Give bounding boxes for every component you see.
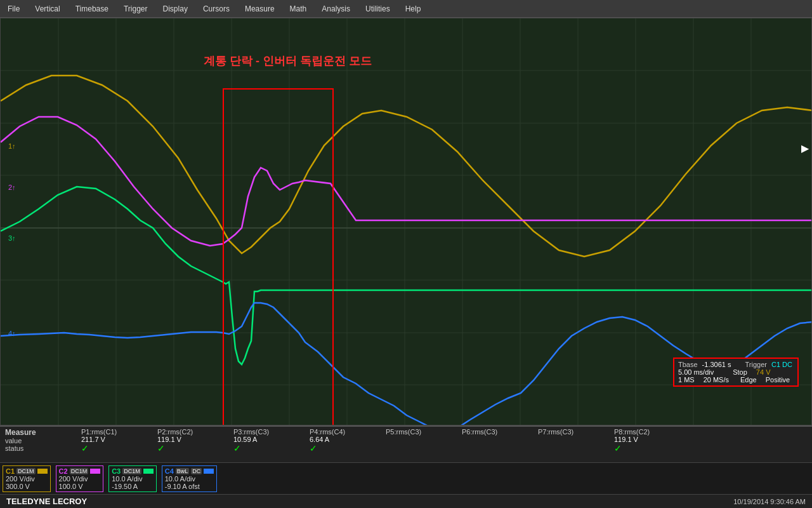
c3-badge: DC1M	[122, 468, 141, 474]
c2-badge: DC1M	[70, 468, 89, 474]
menu-analysis[interactable]: Analysis	[319, 3, 353, 15]
c2-name: C2	[59, 467, 68, 475]
svg-text:▶: ▶	[801, 143, 809, 154]
channel-c1[interactable]: C1 DC1M 200 V/div 300.0 V	[3, 465, 51, 492]
measure-p7: P7:rms(C3)	[538, 428, 601, 436]
c1-div: 200 V/div	[6, 475, 48, 483]
c3-div: 10.0 A/div	[112, 475, 154, 483]
c3-name: C3	[112, 467, 121, 475]
measure-value-label: value	[5, 437, 69, 444]
menu-vertical[interactable]: Vertical	[32, 3, 62, 15]
p4-name: P4:rms(C4)	[310, 428, 373, 436]
status-bar: Measure value status P1:rms(C1) 211.7 V …	[0, 425, 812, 508]
p1-value: 211.7 V	[81, 436, 145, 443]
trigger-ch: C1 DC	[771, 361, 792, 368]
trigger-slope: Positive	[766, 376, 790, 384]
tbase-label: Tbase	[678, 361, 698, 368]
brand-name: TELEDYNE LECROY	[6, 497, 87, 506]
p3-check: ✓	[233, 443, 297, 453]
tbase-sample: 1 MS	[678, 376, 695, 384]
c4-badge: BwL	[176, 468, 190, 474]
channel-c2[interactable]: C2 DC1M 200 V/div 100.0 V	[56, 465, 104, 492]
menu-measure[interactable]: Measure	[242, 3, 277, 15]
c1-offset: 300.0 V	[6, 483, 48, 490]
channel-c3[interactable]: C3 DC1M 10.0 A/div -19.50 A	[108, 465, 157, 492]
c2-color-bar	[90, 469, 100, 474]
p2-value: 119.1 V	[157, 436, 221, 443]
measure-p3: P3:rms(C3) 10.59 A ✓	[233, 428, 297, 453]
c4-badge2: DC	[191, 468, 202, 474]
p1-name: P1:rms(C1)	[81, 428, 145, 436]
p8-check: ✓	[614, 443, 678, 453]
tbase-value: -1.3061 s	[702, 361, 731, 368]
branding-bar: TELEDYNE LECROY 10/19/2014 9:30:46 AM	[0, 494, 812, 508]
p8-value: 119.1 V	[614, 436, 678, 443]
c1-badge: DC1M	[16, 468, 36, 474]
p3-name: P3:rms(C3)	[233, 428, 297, 436]
svg-text:3↑: 3↑	[8, 234, 16, 242]
c2-div: 200 V/div	[59, 475, 101, 483]
c4-name: C4	[165, 467, 174, 475]
measure-p1: P1:rms(C1) 211.7 V ✓	[81, 428, 145, 453]
c1-name: C1	[6, 467, 15, 475]
main-area: 1↑ 2↑ 3↑ 4↑ ▶ 계통 단락 - 인버터 독립운전 모드 Tbase …	[0, 18, 812, 508]
menu-display[interactable]: Display	[160, 3, 190, 15]
trigger-label: Trigger	[745, 361, 766, 368]
p6-name: P6:rms(C3)	[462, 428, 525, 436]
tbase-trigger-panel: Tbase -1.3061 s Trigger C1 DC 5.00 ms/di…	[673, 358, 799, 387]
measure-p5: P5:rms(C3)	[386, 428, 449, 436]
measure-p8: P8:rms(C2) 119.1 V ✓	[614, 428, 678, 453]
measure-title: Measure	[5, 428, 69, 437]
trigger-stop: Stop	[733, 368, 747, 376]
measure-p4: P4:rms(C4) 6.64 A ✓	[310, 428, 373, 453]
measure-p6: P6:rms(C3)	[462, 428, 525, 436]
p1-check: ✓	[81, 443, 145, 453]
c4-div: 10.0 A/div	[165, 475, 214, 483]
measure-header: Measure value status	[5, 428, 69, 452]
p7-name: P7:rms(C3)	[538, 428, 601, 436]
timestamp: 10/19/2014 9:30:46 AM	[733, 498, 806, 505]
channel-c4[interactable]: C4 BwL DC 10.0 A/div -9.10 A ofst	[162, 465, 218, 492]
menu-file[interactable]: File	[5, 3, 22, 15]
menu-math[interactable]: Math	[287, 3, 310, 15]
measure-row: Measure value status P1:rms(C1) 211.7 V …	[0, 427, 812, 462]
c4-offset: -9.10 A ofst	[165, 483, 214, 490]
menubar: File Vertical Timebase Trigger Display C…	[0, 0, 812, 18]
c3-color-bar	[143, 469, 154, 474]
korean-annotation: 계통 단락 - 인버터 독립운전 모드	[204, 53, 372, 69]
scope-screen[interactable]: 1↑ 2↑ 3↑ 4↑ ▶ 계통 단락 - 인버터 독립운전 모드 Tbase …	[0, 18, 812, 425]
p4-check: ✓	[310, 443, 373, 453]
p3-value: 10.59 A	[233, 436, 297, 443]
svg-text:2↑: 2↑	[8, 184, 16, 191]
trigger-voltage: 74 V	[756, 368, 771, 376]
p2-name: P2:rms(C2)	[157, 428, 221, 436]
measure-p2: P2:rms(C2) 119.1 V ✓	[157, 428, 221, 453]
p8-name: P8:rms(C2)	[614, 428, 678, 436]
trigger-edge: Edge	[740, 376, 757, 384]
tbase-rate: 20 MS/s	[704, 376, 729, 384]
menu-cursors[interactable]: Cursors	[200, 3, 232, 15]
c4-color-bar	[204, 469, 214, 474]
svg-text:1↑: 1↑	[8, 142, 16, 150]
menu-timebase[interactable]: Timebase	[73, 3, 111, 15]
c2-offset: 100.0 V	[59, 483, 101, 490]
channel-row: C1 DC1M 200 V/div 300.0 V C2 DC1M 200 V/…	[0, 462, 812, 494]
menu-utilities[interactable]: Utilities	[363, 3, 393, 15]
menu-help[interactable]: Help	[403, 3, 424, 15]
menu-trigger[interactable]: Trigger	[121, 3, 150, 15]
measure-status-label: status	[5, 444, 69, 452]
svg-text:4↑: 4↑	[8, 330, 16, 337]
c3-offset: -19.50 A	[112, 483, 154, 490]
p4-value: 6.64 A	[310, 436, 373, 443]
tbase-div: 5.00 ms/div	[678, 368, 714, 376]
p2-check: ✓	[157, 443, 221, 453]
c1-color-bar	[37, 469, 48, 474]
p5-name: P5:rms(C3)	[386, 428, 449, 436]
